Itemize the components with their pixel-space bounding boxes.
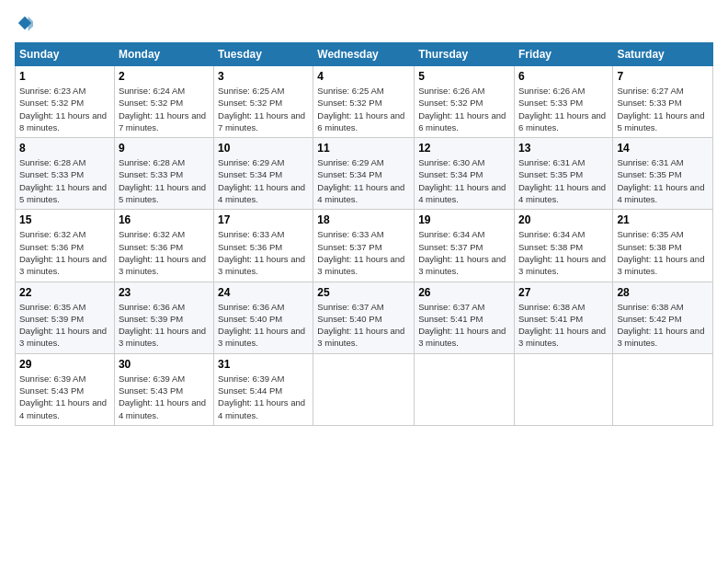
calendar-week-4: 22 Sunrise: 6:35 AM Sunset: 5:39 PM Dayl… (16, 282, 713, 353)
header-tuesday: Tuesday (214, 43, 313, 66)
calendar-cell: 29 Sunrise: 6:39 AM Sunset: 5:43 PM Dayl… (16, 353, 115, 425)
day-number: 14 (617, 142, 709, 155)
calendar-cell: 16 Sunrise: 6:32 AM Sunset: 5:36 PM Dayl… (114, 210, 213, 282)
day-detail: Sunrise: 6:32 AM Sunset: 5:36 PM Dayligh… (119, 229, 206, 276)
calendar-week-3: 15 Sunrise: 6:32 AM Sunset: 5:36 PM Dayl… (16, 210, 713, 282)
day-detail: Sunrise: 6:31 AM Sunset: 5:35 PM Dayligh… (617, 157, 704, 204)
calendar-week-1: 1 Sunrise: 6:23 AM Sunset: 5:32 PM Dayli… (16, 66, 713, 138)
calendar-cell: 20 Sunrise: 6:34 AM Sunset: 5:38 PM Dayl… (514, 210, 612, 282)
day-number: 29 (19, 358, 110, 371)
calendar-cell: 27 Sunrise: 6:38 AM Sunset: 5:41 PM Dayl… (514, 282, 612, 353)
logo-icon (17, 15, 33, 31)
logo (15, 15, 33, 31)
calendar-cell: 31 Sunrise: 6:39 AM Sunset: 5:44 PM Dayl… (214, 353, 313, 425)
calendar-week-5: 29 Sunrise: 6:39 AM Sunset: 5:43 PM Dayl… (16, 353, 713, 425)
day-number: 17 (218, 213, 309, 226)
calendar-week-2: 8 Sunrise: 6:28 AM Sunset: 5:33 PM Dayli… (16, 138, 713, 210)
day-detail: Sunrise: 6:37 AM Sunset: 5:41 PM Dayligh… (418, 302, 506, 349)
day-number: 5 (418, 70, 510, 83)
svg-marker-1 (28, 17, 33, 31)
day-number: 11 (317, 142, 410, 155)
header-friday: Friday (514, 43, 612, 66)
day-detail: Sunrise: 6:28 AM Sunset: 5:33 PM Dayligh… (19, 157, 107, 204)
day-number: 6 (518, 70, 609, 83)
calendar-cell: 4 Sunrise: 6:25 AM Sunset: 5:32 PM Dayli… (313, 66, 415, 138)
calendar-cell: 26 Sunrise: 6:37 AM Sunset: 5:41 PM Dayl… (415, 282, 515, 353)
calendar-cell: 30 Sunrise: 6:39 AM Sunset: 5:43 PM Dayl… (114, 353, 213, 425)
calendar-cell: 14 Sunrise: 6:31 AM Sunset: 5:35 PM Dayl… (613, 138, 713, 210)
calendar-cell: 2 Sunrise: 6:24 AM Sunset: 5:32 PM Dayli… (114, 66, 213, 138)
day-detail: Sunrise: 6:26 AM Sunset: 5:32 PM Dayligh… (418, 86, 506, 132)
day-number: 9 (119, 142, 210, 155)
calendar-cell: 9 Sunrise: 6:28 AM Sunset: 5:33 PM Dayli… (114, 138, 213, 210)
header-thursday: Thursday (415, 43, 515, 66)
calendar-header-row: SundayMondayTuesdayWednesdayThursdayFrid… (16, 43, 713, 66)
day-detail: Sunrise: 6:32 AM Sunset: 5:36 PM Dayligh… (19, 229, 107, 276)
day-number: 7 (617, 70, 709, 83)
day-number: 31 (218, 358, 309, 371)
calendar-cell (514, 353, 612, 425)
day-detail: Sunrise: 6:33 AM Sunset: 5:36 PM Dayligh… (218, 229, 305, 276)
day-number: 16 (119, 213, 210, 226)
day-detail: Sunrise: 6:28 AM Sunset: 5:33 PM Dayligh… (119, 157, 206, 204)
day-number: 19 (418, 213, 510, 226)
calendar-cell: 22 Sunrise: 6:35 AM Sunset: 5:39 PM Dayl… (16, 282, 115, 353)
day-detail: Sunrise: 6:36 AM Sunset: 5:39 PM Dayligh… (119, 302, 206, 349)
header-sunday: Sunday (16, 43, 115, 66)
day-detail: Sunrise: 6:29 AM Sunset: 5:34 PM Dayligh… (317, 157, 404, 204)
day-detail: Sunrise: 6:38 AM Sunset: 5:41 PM Dayligh… (518, 302, 606, 349)
calendar-cell: 5 Sunrise: 6:26 AM Sunset: 5:32 PM Dayli… (415, 66, 515, 138)
calendar-cell: 11 Sunrise: 6:29 AM Sunset: 5:34 PM Dayl… (313, 138, 415, 210)
day-number: 12 (418, 142, 510, 155)
day-number: 15 (19, 213, 110, 226)
day-detail: Sunrise: 6:30 AM Sunset: 5:34 PM Dayligh… (418, 157, 506, 204)
calendar-cell: 25 Sunrise: 6:37 AM Sunset: 5:40 PM Dayl… (313, 282, 415, 353)
day-detail: Sunrise: 6:27 AM Sunset: 5:33 PM Dayligh… (617, 86, 704, 132)
page-header (15, 15, 713, 31)
day-detail: Sunrise: 6:34 AM Sunset: 5:38 PM Dayligh… (518, 229, 606, 276)
day-detail: Sunrise: 6:29 AM Sunset: 5:34 PM Dayligh… (218, 157, 305, 204)
day-detail: Sunrise: 6:39 AM Sunset: 5:43 PM Dayligh… (119, 373, 206, 420)
calendar-cell: 18 Sunrise: 6:33 AM Sunset: 5:37 PM Dayl… (313, 210, 415, 282)
header-wednesday: Wednesday (313, 43, 415, 66)
calendar-cell: 7 Sunrise: 6:27 AM Sunset: 5:33 PM Dayli… (613, 66, 713, 138)
calendar-cell: 28 Sunrise: 6:38 AM Sunset: 5:42 PM Dayl… (613, 282, 713, 353)
calendar-cell (415, 353, 515, 425)
day-detail: Sunrise: 6:31 AM Sunset: 5:35 PM Dayligh… (518, 157, 606, 204)
day-number: 20 (518, 213, 609, 226)
day-detail: Sunrise: 6:35 AM Sunset: 5:38 PM Dayligh… (617, 229, 704, 276)
calendar-cell (313, 353, 415, 425)
calendar-cell (613, 353, 713, 425)
day-detail: Sunrise: 6:37 AM Sunset: 5:40 PM Dayligh… (317, 302, 404, 349)
day-detail: Sunrise: 6:33 AM Sunset: 5:37 PM Dayligh… (317, 229, 404, 276)
day-number: 18 (317, 213, 410, 226)
calendar-cell: 8 Sunrise: 6:28 AM Sunset: 5:33 PM Dayli… (16, 138, 115, 210)
day-number: 26 (418, 286, 510, 299)
calendar-body: 1 Sunrise: 6:23 AM Sunset: 5:32 PM Dayli… (16, 66, 713, 426)
calendar-cell: 12 Sunrise: 6:30 AM Sunset: 5:34 PM Dayl… (415, 138, 515, 210)
day-detail: Sunrise: 6:24 AM Sunset: 5:32 PM Dayligh… (119, 86, 206, 132)
day-detail: Sunrise: 6:35 AM Sunset: 5:39 PM Dayligh… (19, 302, 107, 349)
calendar-cell: 17 Sunrise: 6:33 AM Sunset: 5:36 PM Dayl… (214, 210, 313, 282)
calendar-table: SundayMondayTuesdayWednesdayThursdayFrid… (15, 42, 713, 426)
day-detail: Sunrise: 6:39 AM Sunset: 5:43 PM Dayligh… (19, 373, 107, 420)
day-number: 23 (119, 286, 210, 299)
calendar-cell: 24 Sunrise: 6:36 AM Sunset: 5:40 PM Dayl… (214, 282, 313, 353)
calendar-cell: 6 Sunrise: 6:26 AM Sunset: 5:33 PM Dayli… (514, 66, 612, 138)
day-number: 13 (518, 142, 609, 155)
day-number: 3 (218, 70, 309, 83)
day-detail: Sunrise: 6:36 AM Sunset: 5:40 PM Dayligh… (218, 302, 305, 349)
day-number: 2 (119, 70, 210, 83)
day-number: 28 (617, 286, 709, 299)
day-detail: Sunrise: 6:25 AM Sunset: 5:32 PM Dayligh… (218, 86, 305, 132)
day-number: 25 (317, 286, 410, 299)
calendar-cell: 19 Sunrise: 6:34 AM Sunset: 5:37 PM Dayl… (415, 210, 515, 282)
day-number: 27 (518, 286, 609, 299)
calendar-cell: 23 Sunrise: 6:36 AM Sunset: 5:39 PM Dayl… (114, 282, 213, 353)
day-number: 4 (317, 70, 410, 83)
day-detail: Sunrise: 6:26 AM Sunset: 5:33 PM Dayligh… (518, 86, 606, 132)
day-number: 22 (19, 286, 110, 299)
day-number: 1 (19, 70, 110, 83)
day-number: 30 (119, 358, 210, 371)
header-monday: Monday (114, 43, 213, 66)
